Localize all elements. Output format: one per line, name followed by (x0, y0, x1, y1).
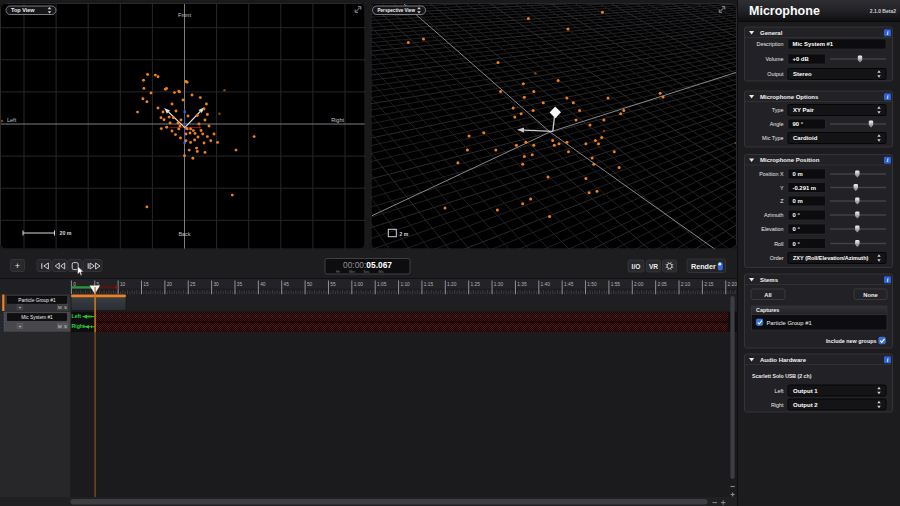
svg-text:1:55: 1:55 (611, 282, 621, 287)
svg-text:Azimuth: Azimuth (764, 212, 783, 218)
svg-text:Output 2: Output 2 (793, 402, 818, 408)
svg-text:Left: Left (72, 313, 82, 319)
svg-text:Type: Type (772, 107, 784, 113)
svg-text:0 m: 0 m (793, 198, 803, 204)
svg-text:Left: Left (775, 388, 784, 394)
svg-text:Front: Front (178, 12, 191, 18)
svg-text:Elevation: Elevation (761, 226, 783, 232)
svg-text:0 °: 0 ° (793, 241, 801, 247)
svg-text:None: None (863, 292, 878, 298)
svg-text:I/O: I/O (632, 263, 641, 270)
svg-text:0 m: 0 m (793, 171, 803, 177)
svg-text:+0 dB: +0 dB (793, 56, 809, 62)
svg-text:Right: Right (72, 323, 86, 329)
svg-text:Volume: Volume (766, 56, 784, 62)
svg-text:50: 50 (307, 282, 313, 287)
svg-text:+: + (15, 261, 20, 271)
svg-text:VR: VR (649, 263, 658, 270)
svg-text:Output: Output (767, 71, 784, 77)
svg-text:1:10: 1:10 (400, 282, 410, 287)
svg-text:25: 25 (190, 282, 196, 287)
svg-text:2:05: 2:05 (657, 282, 667, 287)
svg-text:Right: Right (771, 402, 784, 408)
svg-text:XY Pair: XY Pair (793, 107, 815, 113)
svg-text:1:00: 1:00 (354, 282, 364, 287)
svg-text:1:45: 1:45 (564, 282, 574, 287)
svg-text:Particle Group #1: Particle Group #1 (18, 298, 56, 303)
svg-text:Microphone Options: Microphone Options (760, 94, 819, 100)
svg-text:+: + (18, 304, 21, 310)
svg-text:S: S (64, 324, 67, 329)
svg-text:S: S (64, 305, 67, 310)
svg-text:0 °: 0 ° (793, 212, 801, 218)
svg-text:2 m: 2 m (400, 231, 409, 237)
svg-text:Sec: Sec (363, 270, 370, 274)
svg-text:2:10: 2:10 (681, 282, 691, 287)
svg-text:+: + (18, 323, 21, 329)
svg-text:Back: Back (178, 231, 190, 237)
svg-text:0 °: 0 ° (793, 226, 801, 232)
svg-text:Microphone Position: Microphone Position (760, 157, 820, 163)
svg-text:55: 55 (330, 282, 336, 287)
svg-text:1:20: 1:20 (447, 282, 457, 287)
svg-text:Stereo: Stereo (793, 71, 812, 77)
svg-text:Roll: Roll (774, 241, 783, 247)
svg-text:Captures: Captures (756, 307, 779, 313)
svg-text:All: All (764, 292, 772, 298)
svg-text:M: M (58, 324, 62, 329)
svg-text:Particle Group #1: Particle Group #1 (767, 320, 812, 326)
svg-text:15: 15 (143, 282, 149, 287)
svg-text:Microphone: Microphone (749, 4, 820, 18)
svg-text:Audio Hardware: Audio Hardware (760, 357, 807, 363)
svg-text:Scarlett Solo USB (2 ch): Scarlett Solo USB (2 ch) (752, 373, 812, 379)
svg-text:1:40: 1:40 (541, 282, 551, 287)
svg-text:1:05: 1:05 (377, 282, 387, 287)
svg-text:1:30: 1:30 (494, 282, 504, 287)
svg-text:Render: Render (691, 262, 716, 271)
svg-text:20 m: 20 m (60, 230, 72, 236)
svg-text:00:00:05.067: 00:00:05.067 (343, 260, 392, 270)
svg-text:General: General (760, 30, 783, 36)
svg-text:2:20: 2:20 (728, 282, 738, 287)
svg-text:30: 30 (213, 282, 219, 287)
svg-text:1:35: 1:35 (517, 282, 527, 287)
svg-text:Order: Order (770, 255, 784, 261)
svg-text:2:15: 2:15 (704, 282, 714, 287)
svg-text:2.1.0 Beta2: 2.1.0 Beta2 (870, 8, 896, 14)
svg-text:Position X: Position X (759, 171, 784, 177)
svg-text:Include new groups: Include new groups (826, 338, 877, 344)
svg-text:Mic Type: Mic Type (762, 135, 783, 141)
svg-text:90 °: 90 ° (793, 121, 804, 127)
svg-text:Description: Description (757, 41, 784, 47)
svg-text:10: 10 (120, 282, 126, 287)
svg-text:Ms: Ms (378, 270, 383, 274)
svg-text:45: 45 (284, 282, 290, 287)
svg-text:Top View: Top View (11, 7, 35, 13)
svg-text:M: M (58, 305, 62, 310)
svg-text:20: 20 (167, 282, 173, 287)
svg-text:Mic System #1: Mic System #1 (793, 41, 834, 47)
svg-text:1:15: 1:15 (424, 282, 434, 287)
svg-text:Output 1: Output 1 (793, 388, 818, 394)
svg-text:35: 35 (237, 282, 243, 287)
svg-text:1:25: 1:25 (470, 282, 480, 287)
svg-text:Perspective View: Perspective View (378, 8, 416, 13)
svg-text:2:00: 2:00 (634, 282, 644, 287)
svg-text:40: 40 (260, 282, 266, 287)
svg-text:Angle: Angle (770, 121, 784, 127)
svg-text:1:50: 1:50 (587, 282, 597, 287)
svg-text:Stems: Stems (760, 277, 779, 283)
svg-text:Cardioid: Cardioid (793, 135, 818, 141)
svg-text:ZXY (Roll/Elevation/Azimuth): ZXY (Roll/Elevation/Azimuth) (793, 255, 869, 261)
svg-text:0: 0 (73, 282, 76, 287)
svg-text:Left: Left (7, 117, 17, 123)
svg-text:Right: Right (331, 117, 344, 123)
svg-text:Min: Min (349, 270, 355, 274)
svg-text:Mic System #1: Mic System #1 (21, 315, 53, 320)
svg-text:Y: Y (780, 185, 784, 191)
svg-text:-0.291 m: -0.291 m (793, 185, 817, 191)
